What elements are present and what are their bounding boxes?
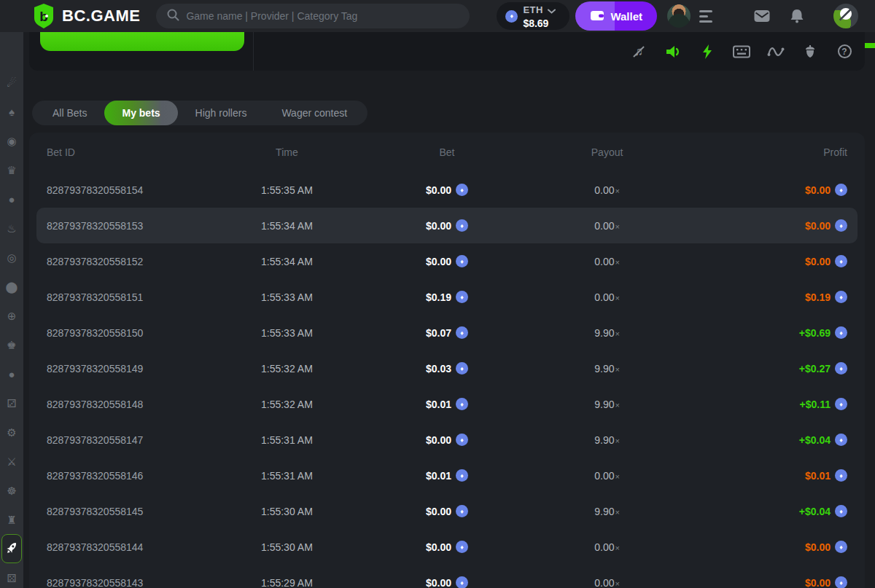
bet-id: 82879378320558147	[47, 434, 207, 446]
bet-amount: $0.03 ♦	[367, 362, 527, 375]
tab-all-bets[interactable]: All Bets	[35, 101, 104, 125]
eth-coin-icon: ♦	[835, 326, 847, 339]
table-row[interactable]: 82879378320558143 1:55:29 AM $0.00 ♦ 0.0…	[29, 565, 865, 588]
sidebar-item-dice[interactable]: ⚂	[1, 388, 22, 418]
bet-time: 1:55:30 AM	[207, 506, 368, 517]
bet-payout: 0.00×	[527, 220, 688, 232]
bet-id: 82879378320558149	[47, 363, 207, 375]
bet-profit: +$0.04 ♦	[687, 505, 847, 517]
sidebar-item-wrecking-ball[interactable]: ●	[1, 359, 22, 388]
rocket-icon	[5, 541, 18, 556]
wrecking-ball-icon: ●	[8, 369, 15, 380]
currency-code: ETH	[523, 5, 543, 15]
mail-icon[interactable]	[754, 9, 770, 23]
bet-profit: +$0.27 ♦	[687, 362, 847, 375]
eth-coin-icon: ♦	[456, 576, 468, 588]
search-icon	[166, 8, 179, 24]
table-row[interactable]: 82879378320558148 1:55:32 AM $0.01 ♦ 9.9…	[29, 386, 865, 422]
bet-profit: +$0.11 ♦	[687, 398, 847, 410]
search-input[interactable]	[186, 10, 459, 22]
wallet-button-label: Wallet	[610, 10, 642, 23]
sidebar-item-cards[interactable]: ♠	[1, 97, 22, 126]
sidebar-item-fountain[interactable]: ♨	[1, 213, 22, 243]
table-row[interactable]: 82879378320558147 1:55:31 AM $0.00 ♦ 9.9…	[29, 422, 865, 458]
user-avatar[interactable]	[667, 4, 691, 28]
eth-coin-icon: ♦	[456, 541, 468, 553]
logo-text: BC.GAME	[62, 7, 140, 26]
eth-coin-icon: ♦	[835, 291, 847, 303]
sidebar-item-slots[interactable]: ⚄	[1, 563, 22, 588]
hotkeys-keyboard-icon[interactable]	[733, 43, 750, 60]
music-off-icon[interactable]: ♫	[630, 43, 648, 60]
account-menu-icon[interactable]	[699, 10, 715, 23]
bet-id: 82879378320558145	[47, 506, 207, 517]
sidebar-item-crown[interactable]: ♚	[1, 330, 22, 359]
currency-selector[interactable]: ♦ ETH $8.69	[497, 2, 569, 30]
bet-amount: $0.07 ♦	[367, 326, 527, 339]
bet-time: 1:55:33 AM	[207, 327, 368, 339]
help-icon[interactable]: ?	[836, 43, 853, 60]
table-row[interactable]: 82879378320558151 1:55:33 AM $0.19 ♦ 0.0…	[29, 279, 865, 315]
table-row[interactable]: 82879378320558146 1:55:31 AM $0.01 ♦ 0.0…	[29, 458, 865, 493]
table-header-row: Bet ID Time Bet Payout Profit	[29, 133, 865, 172]
sidebar-item-rocket[interactable]	[1, 534, 22, 563]
bet-amount: $0.19 ♦	[367, 291, 527, 303]
chevron-down-icon	[548, 4, 556, 16]
bet-profit: +$0.04 ♦	[687, 434, 847, 446]
bet-id: 82879378320558148	[47, 399, 207, 410]
sidebar-item-helmet[interactable]: ♛	[1, 155, 22, 184]
turbo-lightning-icon[interactable]	[699, 43, 716, 60]
bet-amount: $0.00 ♦	[367, 219, 527, 232]
eth-coin-icon: ♦	[456, 291, 468, 303]
bet-id: 82879378320558150	[47, 327, 207, 339]
tab-my-bets[interactable]: My bets	[104, 101, 177, 125]
bet-button[interactable]	[40, 32, 244, 51]
sidebar-item-lotto-ball[interactable]: ◉	[1, 126, 22, 155]
table-row[interactable]: 82879378320558149 1:55:32 AM $0.03 ♦ 9.9…	[29, 350, 865, 386]
bet-profit: $0.00 ♦	[687, 541, 847, 553]
eth-coin-icon: ♦	[835, 184, 847, 196]
eth-coin-icon: ♦	[456, 398, 468, 410]
eth-coin-icon: ♦	[456, 184, 468, 196]
eth-coin-icon: ♦	[505, 10, 518, 23]
sound-on-icon[interactable]	[664, 43, 682, 60]
sidebar-item-comet[interactable]: ☄	[1, 68, 22, 97]
notifications-bell-icon[interactable]	[790, 9, 804, 23]
wallet-button[interactable]: Wallet	[575, 1, 657, 31]
bet-id: 82879378320558152	[47, 256, 207, 267]
bet-payout: 0.00×	[527, 184, 688, 196]
bcgame-logo[interactable]: b BC.GAME	[33, 4, 140, 28]
bet-amount: $0.00 ♦	[367, 505, 527, 517]
bet-id: 82879378320558151	[47, 291, 207, 303]
sidebar-item-coins[interactable]: ⊕	[1, 301, 22, 330]
sidebar-item-fruit[interactable]: ●	[1, 184, 22, 213]
seed-icon[interactable]	[801, 43, 819, 60]
game-search-bar[interactable]	[156, 4, 470, 28]
eth-coin-icon: ♦	[835, 505, 847, 517]
table-row[interactable]: 82879378320558145 1:55:30 AM $0.00 ♦ 9.9…	[29, 493, 865, 529]
table-row[interactable]: 82879378320558154 1:55:35 AM $0.00 ♦ 0.0…	[29, 172, 865, 208]
bet-profit: $0.00 ♦	[687, 184, 847, 196]
bet-payout: 0.00×	[527, 291, 688, 303]
table-row[interactable]: 82879378320558150 1:55:33 AM $0.07 ♦ 9.9…	[29, 315, 865, 350]
sidebar-item-sword[interactable]: ⚔	[1, 447, 22, 476]
table-row[interactable]: 82879378320558153 1:55:34 AM $0.00 ♦ 0.0…	[36, 208, 858, 243]
sidebar-item-timer[interactable]: ◎	[1, 243, 22, 272]
bet-payout: 9.90×	[527, 327, 688, 339]
eth-coin-icon: ♦	[835, 362, 847, 375]
bet-payout: 9.90×	[527, 506, 688, 517]
sidebar-item-egg[interactable]: ⬤	[1, 272, 22, 301]
panel-divider	[253, 32, 254, 71]
tab-wager-contest[interactable]: Wager contest	[264, 101, 365, 125]
sidebar-item-wheel[interactable]: ☸	[1, 476, 22, 505]
live-stats-icon[interactable]	[767, 43, 785, 60]
bet-profit: $0.00 ♦	[687, 576, 847, 588]
sidebar-item-tower[interactable]: ♜	[1, 505, 22, 534]
sidebar-item-bomb[interactable]: ⚙	[1, 418, 22, 447]
tab-high-rollers[interactable]: High rollers	[178, 101, 265, 125]
bcgame-logo-icon: b	[33, 4, 55, 28]
chat-toggle-button[interactable]	[833, 4, 858, 28]
chat-icon	[839, 7, 853, 25]
table-row[interactable]: 82879378320558152 1:55:34 AM $0.00 ♦ 0.0…	[29, 243, 865, 279]
table-row[interactable]: 82879378320558144 1:55:30 AM $0.00 ♦ 0.0…	[29, 529, 865, 565]
